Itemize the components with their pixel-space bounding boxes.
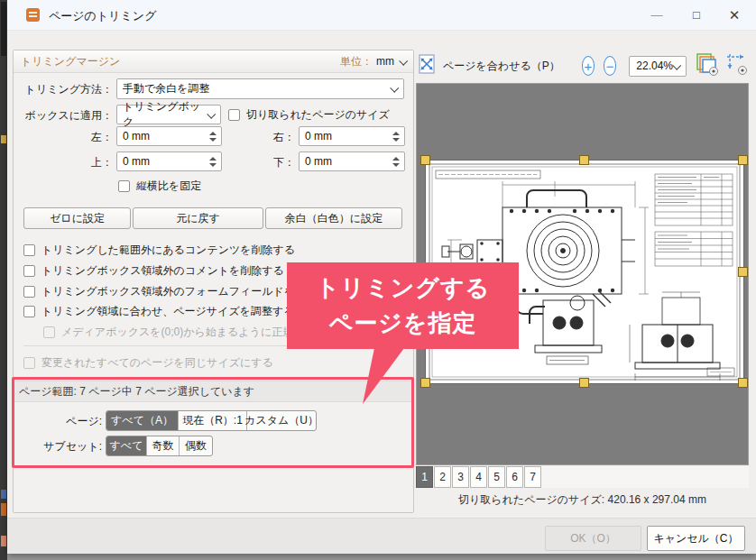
screen: ページのトリミング — □ ✕ トリミングマージン 単位： mm: [0, 0, 756, 560]
unit-label: 単位：: [340, 54, 373, 69]
crop-handle-bottom-right[interactable]: [738, 378, 748, 388]
annotation-callout-tail: [350, 348, 413, 407]
cropped-size-label: 切り取られたページのサイズ: [246, 107, 390, 123]
fit-page-label[interactable]: ページを合わせる（P）: [443, 59, 560, 74]
same-size-label: 変更されたすべてのページを同じサイズにする: [41, 355, 273, 371]
unit-dropdown[interactable]: mm: [376, 55, 406, 68]
crop-handle-bottom-center[interactable]: [579, 378, 589, 388]
close-icon: ✕: [729, 7, 741, 23]
left-margin-label: 左：: [14, 127, 113, 147]
zoom-level-value: 22.04%: [636, 60, 673, 72]
spin-buttons[interactable]: [209, 157, 217, 167]
chevron-down-icon: [672, 60, 681, 69]
spin-down-icon: [209, 138, 217, 142]
constrain-ratio-checkbox[interactable]: [118, 180, 130, 192]
dialog-title: ページのトリミング: [49, 8, 156, 24]
zoom-level-select[interactable]: 22.04%: [629, 56, 687, 77]
close-button[interactable]: ✕: [718, 3, 751, 27]
adjust-pagesize-label: トリミング領域に合わせ、ページサイズを調整する: [41, 304, 295, 319]
maximize-button[interactable]: □: [680, 3, 713, 27]
page-thumbnail-7[interactable]: 7: [524, 466, 541, 488]
background-decoration: [1, 2, 6, 56]
crop-pages-dialog: ページのトリミング — □ ✕ トリミングマージン 単位： mm: [7, 0, 756, 553]
subset-option-even[interactable]: 偶数: [180, 436, 212, 455]
show-page-boxes-icon[interactable]: [696, 52, 720, 80]
adjust-pagesize-row: トリミング領域に合わせ、ページサイズを調整する: [23, 304, 314, 318]
remove-content-row: トリミングした範囲外にあるコンテンツを削除する: [23, 243, 295, 257]
chevron-down-icon: [207, 109, 216, 118]
page-thumbnail-5[interactable]: 5: [488, 466, 505, 488]
fit-page-icon[interactable]: [416, 52, 438, 79]
crop-handle-top-right[interactable]: [738, 155, 748, 165]
top-margin-input[interactable]: 0 mm: [116, 151, 222, 171]
spin-buttons[interactable]: [209, 132, 217, 142]
spin-buttons[interactable]: [392, 157, 400, 167]
apply-box-select[interactable]: トリミングボック: [116, 105, 221, 124]
ok-button[interactable]: OK（O）: [545, 526, 641, 551]
zoom-in-button[interactable]: +: [582, 56, 595, 76]
page-thumbnail-2[interactable]: 2: [434, 466, 451, 488]
cancel-button[interactable]: キャンセル（C）: [647, 526, 745, 551]
trim-method-value: 手動で余白を調整: [123, 81, 210, 96]
same-size-checkbox[interactable]: [23, 357, 35, 369]
page-option-current[interactable]: 現在（R）:1: [179, 411, 247, 430]
left-margin-value: 0 mm: [123, 130, 209, 142]
spin-up-icon: [209, 132, 217, 135]
crop-handle-bottom-left[interactable]: [420, 378, 430, 388]
maximize-icon: □: [693, 8, 700, 22]
crop-handle-middle-right[interactable]: [738, 267, 748, 277]
minimize-button[interactable]: —: [641, 3, 673, 27]
spin-buttons[interactable]: [392, 132, 400, 142]
normalize-mediabox-checkbox[interactable]: [43, 326, 55, 338]
dialog-footer: OK（O） キャンセル（C）: [7, 518, 756, 554]
background-decoration: [1, 536, 6, 546]
top-margin-label: 上：: [14, 152, 113, 172]
bottom-margin-value: 0 mm: [305, 155, 392, 168]
remove-content-label: トリミングした範囲外にあるコンテンツを削除する: [41, 243, 295, 258]
set-zero-button[interactable]: ゼロに設定: [23, 207, 131, 229]
preview-toolbar: ページを合わせる（P） + − 22.04%: [416, 50, 749, 82]
remove-comments-checkbox[interactable]: [23, 265, 35, 277]
normalize-mediabox-row: メディアボックスを(0;0)から始まるように正規化する: [43, 325, 327, 339]
cropped-size-checkbox-row: 切り取られたページのサイズ: [228, 107, 390, 122]
page-thumbnail-1[interactable]: 1: [416, 466, 433, 488]
subset-option-odd[interactable]: 奇数: [147, 436, 180, 455]
adjust-pagesize-checkbox[interactable]: [23, 306, 35, 317]
zoom-out-button[interactable]: −: [604, 56, 616, 76]
spin-down-icon: [209, 163, 217, 167]
trim-method-select[interactable]: 手動で余白を調整: [116, 78, 404, 99]
revert-button[interactable]: 元に戻す: [133, 207, 263, 229]
callout-line2: ページを指定: [329, 306, 477, 341]
group-header: トリミングマージン 単位： mm: [14, 50, 413, 73]
page-option-custom[interactable]: カスタム（U）: [247, 411, 316, 430]
background-app-edge: [0, 0, 7, 560]
page-select-label: ページ:: [14, 411, 102, 431]
left-margin-input[interactable]: 0 mm: [116, 126, 222, 146]
page-thumbnail-4[interactable]: 4: [470, 466, 487, 488]
trim-method-label: トリミング方法：: [14, 79, 113, 99]
page-thumbnail-6[interactable]: 6: [506, 466, 523, 488]
apply-box-label: ボックスに適用：: [14, 106, 113, 125]
right-margin-input[interactable]: 0 mm: [299, 126, 405, 146]
subset-option-all[interactable]: すべて: [106, 436, 147, 455]
remove-formfields-checkbox[interactable]: [23, 286, 35, 298]
set-white-margins-button[interactable]: 余白（白色）に設定: [265, 207, 402, 229]
page-thumbnail-3[interactable]: 3: [452, 466, 469, 488]
crop-handle-top-center[interactable]: [579, 155, 589, 165]
chevron-down-icon: [390, 84, 399, 93]
same-size-row: 変更されたすべてのページを同じサイズにする: [23, 355, 273, 370]
crop-handle-top-left[interactable]: [420, 155, 430, 165]
spin-up-icon: [392, 132, 400, 135]
show-margins-icon[interactable]: [725, 52, 749, 80]
page-option-all[interactable]: すべて（A）: [106, 411, 179, 430]
crop-pages-icon: [25, 7, 41, 26]
page-range-text: ページ範囲: 7 ページ中 7 ページ選択しています: [19, 384, 254, 399]
background-decoration: [1, 490, 6, 499]
chevron-down-icon: [399, 56, 408, 65]
bottom-margin-input[interactable]: 0 mm: [299, 151, 405, 171]
remove-content-checkbox[interactable]: [23, 244, 35, 256]
right-margin-label: 右：: [221, 127, 295, 147]
spin-down-icon: [392, 163, 400, 167]
callout-line1: トリミングする: [316, 271, 490, 306]
cropped-size-checkbox[interactable]: [228, 109, 240, 121]
